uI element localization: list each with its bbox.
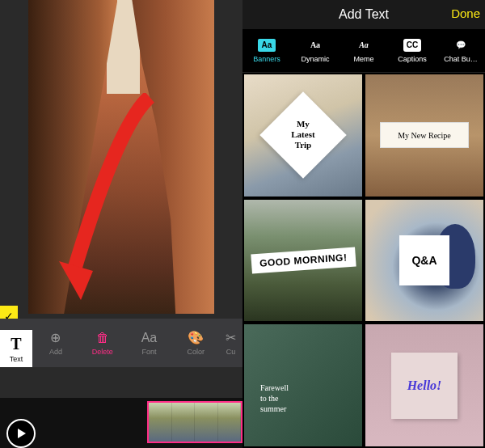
- delete-button[interactable]: 🗑 Delete: [79, 319, 126, 367]
- panel-title: Add Text: [339, 7, 389, 22]
- text-tool-label: Text: [10, 355, 23, 363]
- tab-banners[interactable]: Aa Banners: [242, 29, 291, 72]
- panel-header: Add Text Done: [242, 0, 485, 29]
- text-templates-panel: Add Text Done Aa Banners Aa Dynamic Aa M…: [242, 0, 485, 448]
- editor-panel: ✓ T Text ⊕ Add 🗑 Delete Aa Font 🎨 Color …: [0, 0, 242, 448]
- color-button[interactable]: 🎨 Color: [172, 319, 219, 367]
- tab-dynamic[interactable]: Aa Dynamic: [291, 29, 340, 72]
- tab-meme-label: Meme: [353, 55, 373, 63]
- cut-button[interactable]: ✂ Cu: [219, 319, 242, 367]
- template-latest-trip[interactable]: My Latest Trip: [244, 74, 362, 197]
- tab-chat[interactable]: 💬 Chat Bu…: [436, 29, 485, 72]
- template-hello[interactable]: Hello!: [365, 324, 483, 446]
- add-icon: ⊕: [50, 330, 61, 345]
- tab-chat-label: Chat Bu…: [444, 55, 478, 63]
- template-6-text: Hello!: [391, 353, 458, 419]
- text-tool-button[interactable]: T Text: [0, 330, 32, 367]
- timeline-clip[interactable]: [147, 401, 242, 443]
- template-1-text: My Latest Trip: [291, 120, 314, 152]
- template-qa[interactable]: Q&A: [365, 200, 483, 322]
- template-3-text: GOOD MORNING!: [251, 247, 356, 274]
- chat-icon: 💬: [452, 39, 470, 52]
- template-2-text: My New Recipe: [380, 122, 469, 148]
- template-5-text: Farewell to the summer: [260, 382, 289, 414]
- dynamic-icon: Aa: [306, 39, 324, 52]
- play-button[interactable]: [6, 419, 36, 448]
- tab-banners-label: Banners: [253, 55, 280, 63]
- play-icon: [15, 428, 27, 439]
- banners-icon: Aa: [258, 39, 276, 52]
- font-icon: Aa: [141, 331, 158, 345]
- preview-frame: [28, 0, 214, 314]
- cut-label: Cu: [226, 348, 236, 356]
- template-farewell[interactable]: Farewell to the summer: [244, 324, 362, 446]
- text-toolbar: T Text ⊕ Add 🗑 Delete Aa Font 🎨 Color ✂ …: [0, 319, 242, 367]
- svg-marker-1: [18, 429, 26, 438]
- font-label: Font: [141, 348, 156, 356]
- delete-icon: 🗑: [96, 331, 109, 345]
- template-good-morning[interactable]: GOOD MORNING!: [244, 200, 362, 322]
- cut-icon: ✂: [226, 330, 236, 345]
- template-grid: My Latest Trip My New Recipe GOOD MORNIN…: [242, 73, 485, 448]
- tab-dynamic-label: Dynamic: [301, 55, 329, 63]
- delete-label: Delete: [92, 348, 113, 356]
- add-label: Add: [49, 348, 62, 356]
- captions-icon: CC: [403, 39, 421, 52]
- template-4-text: Q&A: [399, 235, 449, 285]
- tab-meme[interactable]: Aa Meme: [340, 29, 388, 72]
- timeline[interactable]: [0, 398, 242, 448]
- text-style-nav: Aa Banners Aa Dynamic Aa Meme CC Caption…: [242, 29, 485, 73]
- tab-captions[interactable]: CC Captions: [388, 29, 436, 72]
- add-button[interactable]: ⊕ Add: [32, 319, 79, 367]
- meme-icon: Aa: [355, 39, 373, 52]
- font-button[interactable]: Aa Font: [126, 319, 173, 367]
- done-button[interactable]: Done: [451, 6, 480, 20]
- tab-captions-label: Captions: [398, 55, 427, 63]
- color-label: Color: [187, 348, 205, 356]
- video-preview[interactable]: [28, 0, 214, 314]
- template-new-recipe[interactable]: My New Recipe: [365, 74, 483, 197]
- palette-icon: 🎨: [188, 330, 204, 345]
- text-icon: T: [11, 335, 21, 353]
